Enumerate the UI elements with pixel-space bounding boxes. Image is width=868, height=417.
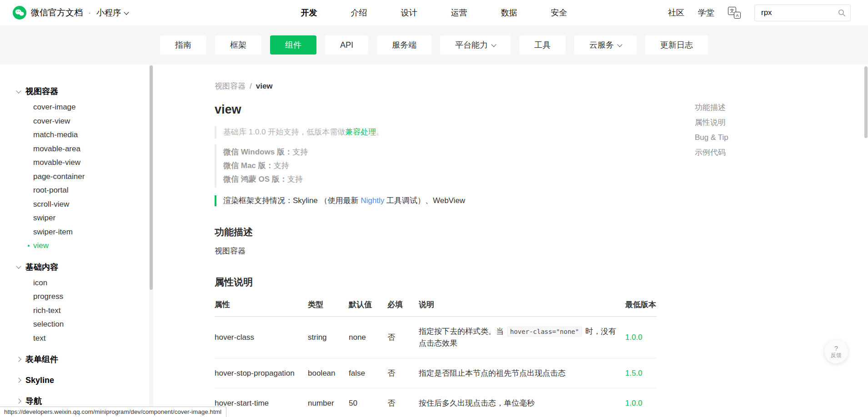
- version-link[interactable]: 1.5.0: [625, 369, 642, 377]
- question-mark-icon: ?: [834, 345, 838, 352]
- chevron-right-icon: [16, 398, 21, 403]
- sidebar-content: 视图容器 cover-image cover-view match-media …: [0, 65, 153, 408]
- required-cell: 否: [387, 317, 419, 358]
- sidebar-section-navigation[interactable]: 导航: [0, 394, 153, 408]
- version-link[interactable]: 1.0.0: [625, 333, 642, 342]
- sidebar-item-selection[interactable]: selection: [0, 318, 153, 332]
- sidebar-scrollbar-thumb[interactable]: [150, 65, 153, 290]
- default-cell: 50: [349, 388, 387, 417]
- secondary-nav: 指南 框架 组件 API 服务端 平台能力 工具 云服务 更新日志: [0, 25, 868, 65]
- subnav-component-button[interactable]: 组件: [270, 35, 316, 55]
- product-switcher[interactable]: 小程序: [96, 7, 128, 18]
- sidebar-item-view[interactable]: view: [0, 239, 153, 253]
- sidebar-section-label: 导航: [25, 396, 42, 407]
- feature-heading: 功能描述: [215, 226, 657, 238]
- sidebar-item-scroll-view[interactable]: scroll-view: [0, 198, 153, 212]
- breadcrumb-parent[interactable]: 视图容器: [215, 81, 246, 91]
- subnav-tools-button[interactable]: 工具: [519, 35, 566, 55]
- sidebar-section-skyline[interactable]: Skyline: [0, 373, 153, 387]
- search-input[interactable]: [760, 8, 838, 18]
- subnav-component-label: 组件: [285, 40, 301, 50]
- sidebar-item-root-portal[interactable]: root-portal: [0, 184, 153, 198]
- attr-cell: hover-start-time: [215, 388, 308, 417]
- compat-link[interactable]: 兼容处理: [345, 128, 376, 136]
- platform-line-windows: 微信 Windows 版：支持: [223, 145, 657, 159]
- note-text: 。: [376, 128, 384, 136]
- table-row-hover-start-time: hover-start-time number 50 否 按住后多久出现点击态，…: [215, 388, 657, 417]
- nav-tab-design[interactable]: 设计: [401, 7, 417, 18]
- sidebar-section-label: 表单组件: [25, 354, 58, 365]
- subnav-api-button[interactable]: API: [325, 35, 368, 55]
- sidebar-scrollbar-track[interactable]: [149, 65, 153, 417]
- sidebar-section-view-container[interactable]: 视图容器: [0, 84, 153, 98]
- top-header: 微信官方文档 · 小程序 开发 介绍 设计 运营 数据 安全 社区 学堂 文 A: [0, 0, 868, 25]
- sidebar-item-icon[interactable]: icon: [0, 276, 153, 290]
- platform-label: 微信 Windows 版：: [223, 148, 292, 156]
- version-link[interactable]: 1.0.0: [625, 399, 642, 407]
- attributes-heading: 属性说明: [215, 276, 657, 288]
- sidebar-item-match-media[interactable]: match-media: [0, 128, 153, 142]
- sidebar-item-label: progress: [33, 292, 63, 301]
- subnav-changelog-button[interactable]: 更新日志: [645, 35, 708, 55]
- language-switch-icon[interactable]: 文 A: [728, 7, 741, 19]
- nav-tab-intro[interactable]: 介绍: [351, 7, 367, 18]
- sidebar-item-movable-view[interactable]: movable-view: [0, 156, 153, 170]
- chevron-right-icon: [16, 377, 21, 382]
- brand-separator: ·: [88, 8, 91, 18]
- page-title: view: [215, 102, 657, 117]
- nav-tab-develop[interactable]: 开发: [301, 7, 317, 18]
- sidebar-item-text[interactable]: text: [0, 332, 153, 346]
- subnav-guide-button[interactable]: 指南: [160, 35, 206, 55]
- sidebar-section-form-components[interactable]: 表单组件: [0, 352, 153, 366]
- subnav-tools-label: 工具: [534, 40, 551, 50]
- default-cell: false: [349, 358, 387, 388]
- desc-cell: 指定是否阻止本节点的祖先节点出现点击态: [419, 358, 625, 388]
- subnav-framework-label: 框架: [230, 40, 246, 50]
- subnav-server-button[interactable]: 服务端: [377, 35, 431, 55]
- sidebar-item-movable-area[interactable]: movable-area: [0, 142, 153, 156]
- nav-tab-operation[interactable]: 运营: [451, 7, 467, 18]
- article: 视图容器 / view view 基础库 1.0.0 开始支持，低版本需做兼容处…: [215, 65, 657, 417]
- platform-support-block: 微信 Windows 版：支持 微信 Mac 版：支持 微信 鸿蒙 OS 版：支…: [215, 144, 657, 188]
- search-icon[interactable]: [838, 9, 846, 17]
- link-community[interactable]: 社区: [668, 7, 684, 18]
- feature-body: 视图容器: [215, 246, 657, 256]
- subnav-platform-button[interactable]: 平台能力: [440, 35, 511, 55]
- platform-value: 支持: [287, 175, 303, 184]
- platform-value: 支持: [292, 148, 308, 156]
- toc-item-feature[interactable]: 功能描述: [695, 100, 728, 115]
- platform-label: 微信 鸿蒙 OS 版：: [223, 175, 287, 184]
- toc-item-bug-tip[interactable]: Bug & Tip: [695, 130, 728, 145]
- toc-item-attributes[interactable]: 属性说明: [695, 115, 728, 130]
- toc-item-sample-code[interactable]: 示例代码: [695, 145, 728, 160]
- render-framework-support: 渲染框架支持情况：Skyline （使用最新 Nightly 工具调试）、Web…: [215, 195, 657, 206]
- status-url: https://developers.weixin.qq.com/minipro…: [4, 408, 221, 415]
- attributes-table: 属性 类型 默认值 必填 说明 最低版本 hover-class string …: [215, 299, 657, 417]
- sidebar-item-rich-text[interactable]: rich-text: [0, 304, 153, 318]
- sidebar-item-label: swiper-item: [33, 228, 73, 237]
- subnav-cloud-label: 云服务: [589, 40, 614, 50]
- chevron-down-icon: [617, 42, 622, 47]
- nightly-link[interactable]: Nightly: [361, 196, 384, 205]
- sidebar-item-swiper[interactable]: swiper: [0, 211, 153, 225]
- sidebar-item-progress[interactable]: progress: [0, 290, 153, 304]
- nav-tab-data[interactable]: 数据: [501, 7, 517, 18]
- attr-cell: hover-class: [215, 317, 308, 358]
- brand-title[interactable]: 微信官方文档: [31, 7, 83, 19]
- sidebar-item-swiper-item[interactable]: swiper-item: [0, 225, 153, 239]
- sidebar-section-basic-content[interactable]: 基础内容: [0, 260, 153, 274]
- subnav-cloud-button[interactable]: 云服务: [574, 35, 637, 55]
- page-scrollbar-thumb[interactable]: [864, 66, 868, 138]
- sidebar-item-cover-view[interactable]: cover-view: [0, 114, 153, 129]
- nav-tab-security[interactable]: 安全: [551, 7, 567, 18]
- sidebar-item-page-container[interactable]: page-container: [0, 170, 153, 184]
- sidebar-item-cover-image[interactable]: cover-image: [0, 100, 153, 114]
- feedback-button[interactable]: ? 反馈: [824, 340, 848, 363]
- sidebar-section-label: 基础内容: [25, 262, 58, 273]
- chevron-down-icon: [124, 10, 129, 15]
- required-cell: 否: [387, 388, 419, 417]
- subnav-framework-button[interactable]: 框架: [215, 35, 261, 55]
- default-cell: none: [349, 317, 387, 358]
- wechat-logo-icon[interactable]: [13, 6, 26, 20]
- link-school[interactable]: 学堂: [698, 7, 714, 18]
